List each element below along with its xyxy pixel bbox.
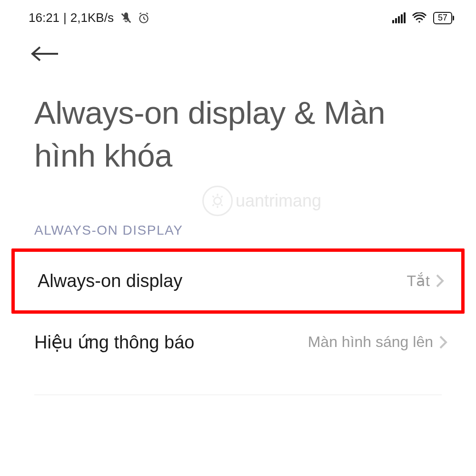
wifi-icon (412, 12, 426, 24)
status-data-rate: 2,1KB/s (70, 10, 114, 25)
status-separator: | (63, 10, 67, 25)
status-left: 16:21 | 2,1KB/s (29, 10, 150, 25)
status-icons-left (119, 11, 150, 25)
svg-line-12 (213, 205, 214, 206)
battery-level: 57 (438, 13, 447, 23)
setting-value: Màn hình sáng lên (308, 333, 433, 351)
svg-point-7 (214, 198, 221, 205)
setting-label: Hiệu ứng thông báo (34, 332, 194, 353)
status-right: 57 (392, 12, 452, 24)
status-bar: 16:21 | 2,1KB/s (0, 0, 476, 30)
chevron-right-icon (439, 335, 447, 349)
svg-line-3 (144, 19, 145, 20)
setting-value-wrap: Màn hình sáng lên (308, 333, 447, 351)
setting-value: Tắt (407, 272, 430, 290)
svg-line-11 (221, 205, 223, 206)
page-title: Always-on display & Màn hình khóa (0, 65, 476, 178)
svg-line-10 (213, 196, 214, 198)
setting-always-on-display[interactable]: Always-on display Tắt (11, 248, 465, 314)
watermark: uantrimang (202, 186, 321, 216)
svg-line-5 (146, 13, 148, 14)
alarm-icon (138, 12, 150, 24)
back-button[interactable] (0, 30, 476, 65)
status-time: 16:21 (29, 10, 60, 25)
watermark-logo-icon (202, 186, 233, 216)
battery-icon: 57 (433, 12, 452, 24)
signal-icon (392, 13, 406, 23)
svg-line-4 (139, 13, 141, 14)
setting-value-wrap: Tắt (407, 272, 444, 290)
watermark-text: uantrimang (236, 191, 321, 211)
divider (34, 395, 442, 395)
setting-label: Always-on display (38, 271, 182, 291)
svg-line-13 (221, 196, 223, 198)
mute-icon (119, 11, 133, 25)
chevron-right-icon (436, 274, 444, 288)
back-arrow-icon (29, 44, 62, 63)
setting-notification-effect[interactable]: Hiệu ứng thông báo Màn hình sáng lên (0, 314, 476, 371)
